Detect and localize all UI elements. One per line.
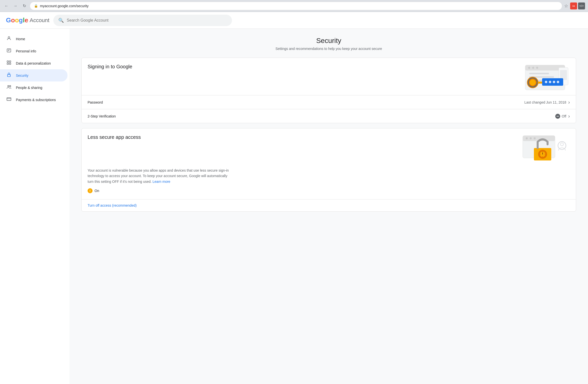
- two-step-row[interactable]: 2-Step Verification Off ›: [82, 109, 576, 123]
- security-icon: [6, 72, 12, 78]
- sidebar-item-payments[interactable]: Payments & subscriptions: [0, 94, 67, 106]
- bookmark-star-icon[interactable]: ☆: [564, 3, 568, 9]
- page-title: Security: [81, 37, 576, 45]
- svg-point-38: [534, 137, 536, 139]
- search-icon: 🔍: [58, 18, 64, 23]
- people-sharing-icon: [6, 84, 12, 91]
- less-secure-card: Less secure app access: [81, 128, 576, 212]
- less-secure-title: Less secure app access: [88, 134, 141, 140]
- password-status: Last changed Jun 11, 2018: [524, 100, 566, 104]
- svg-point-36: [526, 137, 528, 139]
- sidebar-personal-info-label: Personal info: [16, 49, 36, 53]
- svg-rect-18: [529, 73, 549, 74]
- svg-point-16: [532, 67, 534, 69]
- browser-chrome: ← → ↻ 🔒 myaccount.google.com/security ☆ …: [0, 0, 588, 12]
- google-logo: Google Account: [6, 16, 49, 24]
- page: Google Account 🔍 Home Personal info: [0, 12, 588, 384]
- main-content: Security Settings and recommendations to…: [69, 29, 588, 384]
- off-badge: Off: [555, 114, 566, 119]
- svg-point-29: [545, 81, 547, 83]
- password-label: Password: [88, 100, 103, 104]
- less-secure-illustration: [520, 134, 570, 162]
- two-step-right: Off ›: [555, 113, 570, 119]
- two-step-status: Off: [562, 114, 566, 118]
- main-area: Home Personal info Data & personalizatio…: [0, 29, 588, 384]
- password-chevron-icon: ›: [568, 99, 570, 105]
- signing-illustration: [510, 64, 570, 91]
- sidebar-item-data-personalization[interactable]: Data & personalization: [0, 57, 67, 69]
- password-right: Last changed Jun 11, 2018 ›: [524, 99, 570, 105]
- payments-icon: [6, 97, 12, 103]
- learn-more-link[interactable]: Learn more: [153, 180, 170, 184]
- svg-point-9: [8, 85, 9, 87]
- svg-rect-6: [9, 63, 11, 65]
- address-bar[interactable]: 🔒 myaccount.google.com/security: [30, 2, 562, 10]
- svg-rect-11: [7, 98, 11, 101]
- svg-point-15: [528, 67, 530, 69]
- svg-rect-7: [7, 63, 9, 65]
- forward-button[interactable]: →: [12, 2, 19, 9]
- signing-in-header: Signing in to Google: [82, 58, 576, 95]
- signing-in-card: Signing in to Google: [81, 58, 576, 123]
- svg-point-31: [553, 81, 555, 83]
- personal-info-icon: [6, 48, 12, 54]
- off-circle-icon: [555, 114, 560, 119]
- sidebar-people-label: People & sharing: [16, 86, 42, 90]
- sidebar-item-people-sharing[interactable]: People & sharing: [0, 81, 67, 94]
- password-row[interactable]: Password Last changed Jun 11, 2018 ›: [82, 95, 576, 109]
- sidebar-data-label: Data & personalization: [16, 61, 51, 65]
- search-input[interactable]: [67, 18, 227, 23]
- url-text: myaccount.google.com/security: [40, 4, 558, 8]
- signing-in-svg: [510, 64, 570, 91]
- two-step-label: 2-Step Verification: [88, 114, 116, 118]
- less-secure-header: Less secure app access: [82, 128, 576, 166]
- less-secure-svg: [520, 134, 570, 162]
- card-action-row: Turn off access (recommended): [82, 199, 576, 211]
- svg-point-40: [560, 143, 563, 146]
- turn-off-access-link[interactable]: Turn off access (recommended): [88, 203, 137, 207]
- warning-icon: !: [88, 188, 93, 193]
- status-on-label: On: [95, 189, 99, 193]
- lock-icon: 🔒: [34, 4, 38, 8]
- svg-point-30: [549, 81, 551, 83]
- refresh-button[interactable]: ↻: [21, 2, 28, 9]
- data-personalization-icon: [6, 60, 12, 66]
- sidebar-security-label: Security: [16, 74, 29, 77]
- sidebar-payments-label: Payments & subscriptions: [16, 98, 56, 102]
- less-secure-body: Your account is vulnerable because you a…: [82, 166, 576, 199]
- logo-g: Google: [6, 16, 28, 24]
- svg-point-37: [530, 137, 532, 139]
- svg-point-32: [557, 81, 559, 83]
- logo-account-text: Account: [30, 17, 50, 24]
- less-secure-description: Your account is vulnerable because you a…: [88, 168, 231, 184]
- signing-in-title: Signing in to Google: [88, 64, 132, 70]
- sidebar-item-home[interactable]: Home: [0, 33, 67, 45]
- header: Google Account 🔍: [0, 12, 588, 29]
- back-button[interactable]: ←: [3, 2, 10, 9]
- home-icon: [6, 36, 12, 42]
- two-step-chevron-icon: ›: [568, 113, 570, 119]
- svg-point-0: [8, 37, 10, 38]
- svg-point-17: [536, 67, 538, 69]
- sidebar: Home Personal info Data & personalizatio…: [0, 29, 69, 384]
- search-bar[interactable]: 🔍: [53, 15, 232, 26]
- page-subtitle: Settings and recommendations to help you…: [81, 47, 576, 51]
- svg-rect-4: [7, 61, 9, 62]
- sidebar-item-security[interactable]: Security: [0, 69, 67, 81]
- status-on-row: ! On: [88, 188, 231, 193]
- less-secure-text: Your account is vulnerable because you a…: [88, 166, 231, 193]
- extension-badge-2[interactable]: </>: [578, 2, 585, 9]
- extensions-area: 11 </>: [570, 2, 585, 9]
- svg-rect-8: [7, 75, 10, 77]
- svg-rect-5: [9, 61, 11, 62]
- sidebar-home-label: Home: [16, 37, 25, 41]
- extension-badge-1[interactable]: 11: [570, 2, 577, 9]
- svg-point-10: [10, 85, 11, 87]
- sidebar-item-personal-info[interactable]: Personal info: [0, 45, 67, 57]
